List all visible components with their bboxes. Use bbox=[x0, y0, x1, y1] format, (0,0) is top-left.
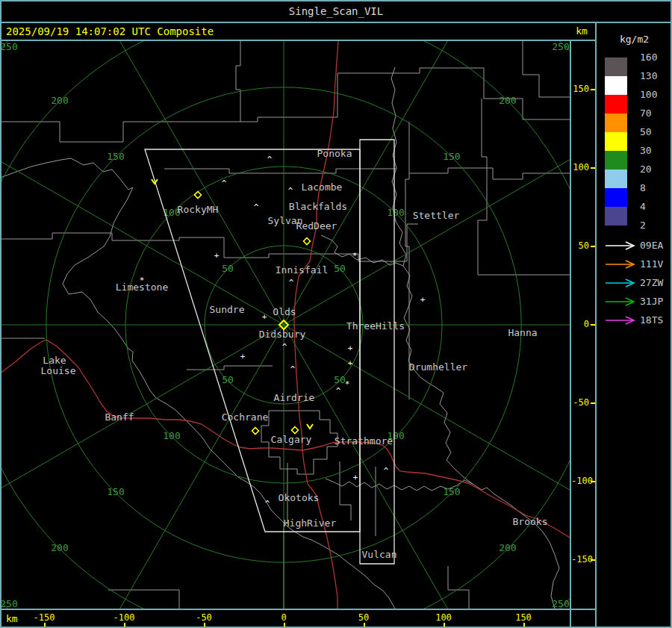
town-marker: ^ bbox=[384, 466, 389, 476]
city-label: Stettler bbox=[413, 210, 460, 221]
radar-id-label: 31JP bbox=[640, 296, 663, 307]
legend-swatch bbox=[605, 188, 627, 207]
range-ring-label: 250 bbox=[552, 598, 569, 609]
bottom-axis-label: -150 bbox=[28, 612, 60, 623]
town-marker: + bbox=[262, 312, 267, 322]
radar-id-label: 111V bbox=[640, 258, 663, 270]
radar-arrow-icon bbox=[604, 296, 638, 307]
bottom-axis-tick bbox=[124, 623, 125, 628]
bottom-axis-tick bbox=[204, 623, 205, 628]
city-label: Cochrane bbox=[222, 411, 269, 423]
city-label: Drumheller bbox=[409, 361, 467, 373]
divider bbox=[0, 609, 595, 610]
range-ring-label: 150 bbox=[107, 486, 124, 497]
range-ring-label: 200 bbox=[51, 95, 68, 106]
city-label: Olds bbox=[273, 306, 296, 317]
town-marker: ^ bbox=[290, 364, 296, 374]
bottom-axis-tick bbox=[284, 623, 285, 628]
city-label: Lacombe bbox=[302, 181, 343, 193]
city-label: Lake bbox=[43, 355, 66, 366]
city-label: Strathmore bbox=[335, 435, 393, 447]
legend-color-scale bbox=[605, 57, 627, 226]
town-marker: + bbox=[240, 352, 246, 361]
range-ring-label: 250 bbox=[552, 41, 569, 52]
legend-scale-label: 70 bbox=[640, 108, 667, 119]
legend-swatch bbox=[605, 95, 627, 114]
legend-unit-label: kg/m2 bbox=[597, 34, 672, 45]
city-label: Louise bbox=[41, 365, 76, 376]
range-ring-label: 50 bbox=[334, 263, 346, 274]
town-marker: + bbox=[214, 251, 220, 261]
radar-site-marker bbox=[252, 428, 259, 435]
radar-site-marker bbox=[292, 427, 299, 434]
divider bbox=[0, 40, 595, 41]
city-label: Blackfalds bbox=[289, 201, 347, 212]
range-ring-label: 50 bbox=[222, 263, 234, 274]
right-axis-unit-label: km bbox=[570, 25, 594, 37]
town-marker: ^ bbox=[254, 202, 259, 212]
chevron-marker bbox=[307, 424, 313, 429]
town-marker: + bbox=[348, 343, 353, 353]
city-label: Ponoka bbox=[317, 148, 352, 159]
divider bbox=[570, 41, 571, 628]
legend-scale-label: 20 bbox=[640, 164, 667, 175]
legend-scale-label: 4 bbox=[640, 201, 667, 213]
town-marker: ^ bbox=[336, 386, 341, 396]
legend-scale-label: 2 bbox=[640, 220, 667, 231]
town-marker: ^ bbox=[289, 278, 294, 287]
divider bbox=[0, 22, 672, 23]
town-marker: ^ bbox=[267, 155, 273, 164]
range-ring-label: 150 bbox=[443, 486, 460, 497]
town-marker: + bbox=[353, 473, 358, 482]
radar-id-label: 09EA bbox=[640, 240, 663, 251]
town-marker: ^ bbox=[282, 342, 287, 352]
range-ring-label: 150 bbox=[443, 151, 460, 162]
city-label: Vulcan bbox=[362, 549, 397, 560]
radar-map-canvas[interactable]: 5050505010010010010015015015015020020020… bbox=[0, 41, 570, 609]
right-axis: 150100500-50-100-150 bbox=[571, 41, 595, 609]
radar-arrow-icon bbox=[604, 240, 638, 251]
city-label: Innisfail bbox=[276, 264, 328, 276]
bottom-axis-label: -50 bbox=[187, 612, 220, 623]
town-marker: ^ bbox=[222, 178, 227, 188]
range-ring-label: 100 bbox=[387, 207, 404, 218]
town-marker: * bbox=[140, 276, 145, 285]
legend-swatch bbox=[605, 151, 627, 170]
window-title-bar: Single_Scan_VIL bbox=[0, 0, 672, 22]
radar-arrow-icon bbox=[604, 315, 638, 326]
city-label: RockyMH bbox=[178, 204, 219, 215]
range-ring-label: 250 bbox=[0, 41, 17, 52]
radar-site-marker bbox=[304, 238, 311, 245]
radar-arrow-icon bbox=[604, 259, 638, 270]
city-label: RedDeer bbox=[296, 220, 337, 231]
town-marker: ^ bbox=[265, 499, 270, 509]
city-label: Sundre bbox=[210, 304, 245, 315]
legend-panel: kg/m2 1601301007050302084209EA111V27ZW31… bbox=[597, 23, 672, 628]
legend-scale-label: 50 bbox=[640, 126, 667, 138]
legend-swatch bbox=[605, 170, 627, 188]
radar-id-label: 18TS bbox=[640, 314, 663, 326]
legend-scale-label: 130 bbox=[640, 70, 667, 82]
timestamp-label: 2025/09/19 14:07:02 UTC Composite bbox=[6, 25, 214, 37]
right-axis-label: 0 bbox=[571, 319, 589, 329]
legend-swatch bbox=[605, 76, 627, 95]
radar-map-svg[interactable]: 5050505010010010010015015015015020020020… bbox=[0, 41, 570, 609]
bottom-axis-tick bbox=[523, 623, 525, 628]
right-axis-label: 150 bbox=[571, 84, 589, 94]
bottom-axis-label: 0 bbox=[267, 612, 300, 623]
header-row: 2025/09/19 14:07:02 UTC Composite km bbox=[0, 23, 595, 40]
town-marker: ^ bbox=[288, 186, 293, 196]
bottom-axis-label: -100 bbox=[108, 612, 140, 623]
range-ring-label: 200 bbox=[499, 542, 516, 553]
legend-swatch bbox=[605, 57, 627, 76]
legend-scale-label: 8 bbox=[640, 182, 667, 194]
radar-id-label: 27ZW bbox=[640, 277, 663, 288]
right-axis-label: -50 bbox=[571, 397, 589, 408]
city-label: Calgary bbox=[271, 434, 312, 445]
window-title: Single_Scan_VIL bbox=[289, 5, 383, 17]
legend-swatch bbox=[605, 132, 627, 151]
city-label: HighRiver bbox=[284, 517, 337, 529]
divider bbox=[595, 22, 597, 628]
radar-arrow-icon bbox=[604, 278, 638, 288]
city-label: Hanna bbox=[508, 327, 537, 338]
